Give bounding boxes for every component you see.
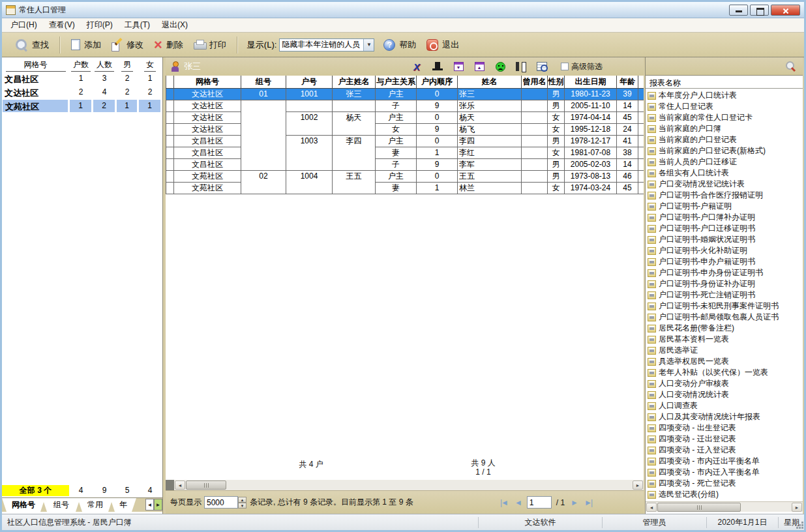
table-row[interactable]: 文昌社区妻1李红女1981-07-0838 [166, 147, 644, 158]
community-row[interactable]: 文达社区2422 [2, 85, 162, 99]
menu-item-1[interactable]: 户口(H) [5, 18, 43, 32]
tab-组号[interactable]: 组号 [42, 498, 80, 512]
menu-item-4[interactable]: 工具(T) [119, 18, 156, 32]
report-item[interactable]: 居民基本资料一览表 [646, 334, 803, 345]
report-item[interactable]: 户口证明书-申办身份证证明书 [646, 267, 803, 278]
help-button[interactable]: 帮助 [378, 37, 421, 53]
report-item[interactable]: 当前家庭的户口登记表 [646, 134, 803, 145]
report-item[interactable]: 当前家庭的户口登记表(新格式) [646, 145, 803, 156]
first-page-button[interactable]: |◄ [499, 498, 509, 507]
page-size-input[interactable] [204, 496, 238, 509]
advanced-filter-checkbox[interactable] [561, 63, 569, 70]
report-item[interactable]: 户口证明书-户口迁移证明书 [646, 223, 803, 234]
tab-网格号[interactable]: 网格号 [2, 498, 45, 512]
report-item[interactable]: 本年度分户人口统计表 [646, 90, 803, 101]
tab-scroll-left-button[interactable]: ◄ [145, 499, 154, 510]
report-item[interactable]: 居民选举证 [646, 345, 803, 356]
spin-down-button[interactable]: ▼ [238, 503, 246, 509]
table-row[interactable]: 文苑社区021004王五户主0王五男1973-08-1346 [166, 170, 644, 182]
grid-col-header-7[interactable]: 姓名 [458, 76, 522, 88]
report-item[interactable]: 当前家庭的常住人口登记卡 [646, 112, 803, 123]
menu-item-5[interactable]: 退出(X) [156, 18, 194, 32]
report-item[interactable]: 户口证明书-身份证补办证明 [646, 278, 803, 289]
tab-年[interactable]: 年 [110, 498, 136, 512]
current-page-input[interactable] [527, 496, 552, 509]
minimize-button[interactable] [729, 5, 748, 16]
last-page-button[interactable]: ►| [583, 498, 593, 507]
report-item[interactable]: 居民花名册(带备注栏) [646, 323, 803, 334]
community-col-header-5[interactable]: 女 [144, 59, 156, 72]
report-item[interactable]: 人口调查表 [646, 400, 803, 411]
grid-col-header-5[interactable]: 与户主关系 [376, 76, 417, 88]
report-item[interactable]: 老年人补贴（以奖代保）一览表 [646, 367, 803, 378]
grid-col-header-3[interactable]: 户号 [286, 76, 333, 88]
report-item[interactable]: 四项变动 - 出生登记表 [646, 422, 803, 434]
scroll-right-button[interactable]: ► [792, 503, 802, 512]
scroll-thumb[interactable] [186, 480, 226, 490]
grid-col-header-1[interactable]: 网格号 [174, 76, 241, 88]
scroll-thumb[interactable] [657, 503, 741, 512]
report-item[interactable]: 人口变动分户审核表 [646, 378, 803, 389]
report-item[interactable]: 选民登记表(分组) [646, 489, 803, 499]
table-row[interactable]: 文昌社区1003李四户主0李四男1978-12-1741 [166, 135, 644, 147]
find-button[interactable]: 查找 [10, 36, 54, 54]
title-bar[interactable]: 常住人口管理 [2, 2, 804, 18]
table-row[interactable]: 文苑社区妻1林兰女1974-03-2445 [166, 182, 644, 194]
close-button[interactable] [771, 5, 800, 16]
report-item[interactable]: 户口证明书-申办户籍证明书 [646, 256, 803, 267]
preview-button[interactable] [535, 60, 549, 73]
next-page-button[interactable]: ► [569, 498, 578, 507]
chevron-down-icon[interactable]: ▼ [363, 39, 374, 51]
community-col-header-4[interactable]: 男 [121, 59, 133, 72]
maximize-button[interactable] [750, 5, 769, 16]
export-button[interactable]: ▼ [451, 60, 466, 73]
table-row[interactable]: 文达社区1002杨天户主0杨天女1974-04-1445 [166, 111, 644, 123]
advanced-filter-toggle[interactable]: 高级筛选 [561, 61, 603, 72]
report-item[interactable]: 人口及其变动情况统计年报表 [646, 411, 803, 422]
community-row[interactable]: 文苑社区1211 [2, 99, 162, 113]
grid-col-header-6[interactable]: 户内顺序 [417, 76, 458, 88]
report-item[interactable]: 当前家庭的户口簿 [646, 123, 803, 134]
grid-col-header-10[interactable]: 出生日期 [565, 76, 617, 88]
resize-grip[interactable] [801, 527, 803, 529]
grid-col-header-4[interactable]: 户主姓名 [333, 76, 376, 88]
table-row[interactable]: 文昌社区子9李军男2005-02-0314 [166, 158, 644, 170]
report-item[interactable]: 户口证明书-户口簿补办证明 [646, 212, 803, 223]
report-item[interactable]: 户口证明书-户籍证明 [646, 201, 803, 212]
scroll-left-button[interactable]: ◄ [175, 480, 185, 490]
report-item[interactable]: 具选举权居民一览表 [646, 356, 803, 367]
report-item[interactable]: 各组实有人口统计表 [646, 168, 803, 179]
table-row[interactable]: 文达社区女9杨飞女1995-12-1824 [166, 123, 644, 135]
menu-item-3[interactable]: 打印(P) [81, 18, 119, 32]
report-item[interactable]: 户口证明书-婚姻状况证明书 [646, 234, 803, 245]
community-col-header-2[interactable]: 户数 [71, 59, 91, 72]
table-row[interactable]: 文达社区子9张乐男2005-11-1014 [166, 100, 644, 111]
community-col-header-3[interactable]: 人数 [95, 59, 114, 72]
report-item[interactable]: 四项变动 - 迁出登记表 [646, 434, 803, 445]
print-button[interactable]: 打印 [188, 37, 231, 53]
report-item[interactable]: 户口证明书-死亡注销证明书 [646, 289, 803, 301]
report-search-icon[interactable] [786, 61, 796, 72]
status-face-button[interactable] [493, 60, 507, 73]
prev-page-button[interactable]: ◄ [513, 498, 522, 507]
grid-col-header-11[interactable]: 年龄 [617, 76, 638, 88]
grid-col-header-9[interactable]: 性别 [548, 76, 565, 88]
report-item[interactable]: 当前人员的户口迁移证 [646, 156, 803, 168]
delete-button[interactable]: × 删除 [149, 37, 188, 53]
scroll-left-button[interactable]: ◄ [646, 503, 657, 512]
tab-scroll-right-button[interactable]: ► [154, 499, 162, 510]
report-item[interactable]: 户口证明书-未犯民刑事案件证明书 [646, 301, 803, 312]
import-button[interactable]: ▲ [472, 60, 486, 73]
report-item[interactable]: 四项变动 - 市内迁出平衡名单 [646, 456, 803, 467]
report-item[interactable]: 户口证明书-合作医疗报销证明 [646, 190, 803, 201]
spin-up-button[interactable]: ▲ [238, 497, 246, 503]
grid-hscrollbar[interactable]: ◄ ► [166, 480, 644, 490]
magic-wizard-button[interactable] [430, 60, 445, 73]
report-item[interactable]: 户口证明书-邮局领取包裹人员证书 [646, 312, 803, 323]
report-item[interactable]: 户口变动情况登记统计表 [646, 179, 803, 190]
tab-常用[interactable]: 常用 [78, 498, 113, 512]
report-item[interactable]: 人口变动情况统计表 [646, 389, 803, 400]
column-layout-button[interactable] [514, 60, 528, 73]
report-item[interactable]: 四项变动 - 市内迁入平衡名单 [646, 467, 803, 478]
grid-col-header-8[interactable]: 曾用名 [522, 76, 548, 88]
